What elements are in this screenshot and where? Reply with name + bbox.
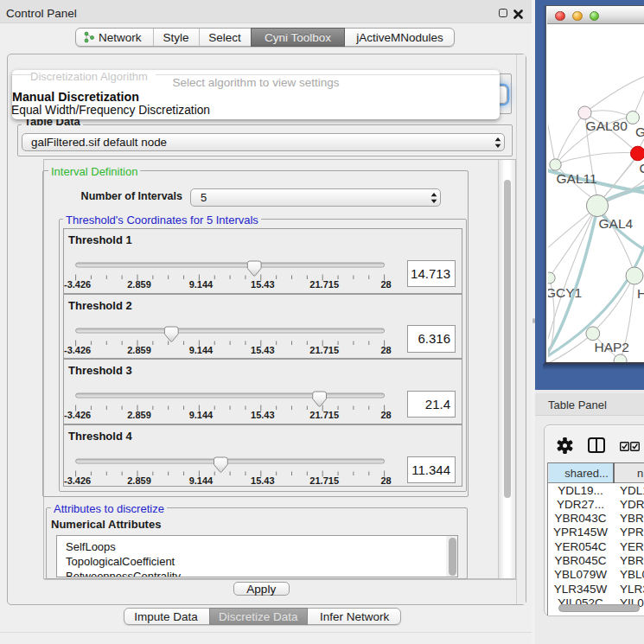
svg-text:C: C	[640, 161, 644, 175]
svg-text:GA: GA	[635, 124, 644, 139]
svg-text:-3.426: -3.426	[64, 279, 91, 290]
svg-text:15.43: 15.43	[251, 279, 275, 290]
svg-text:9.144: 9.144	[189, 279, 214, 290]
svg-text:9.144: 9.144	[189, 475, 214, 486]
svg-text:2.859: 2.859	[127, 410, 151, 420]
svg-text:28: 28	[380, 475, 391, 486]
svg-text:21.715: 21.715	[309, 279, 339, 290]
svg-text:28: 28	[380, 279, 391, 290]
svg-text:9.144: 9.144	[189, 344, 214, 354]
svg-text:GAL11: GAL11	[557, 171, 597, 186]
svg-text:GAL80: GAL80	[586, 118, 628, 133]
svg-text:28: 28	[380, 410, 391, 420]
svg-text:2.859: 2.859	[127, 344, 151, 354]
svg-text:21.715: 21.715	[309, 410, 339, 420]
svg-text:HA: HA	[637, 286, 644, 301]
svg-text:21.715: 21.715	[309, 475, 339, 486]
svg-text:15.43: 15.43	[251, 410, 275, 420]
svg-text:9.144: 9.144	[189, 410, 214, 420]
svg-text:-3.426: -3.426	[64, 410, 91, 420]
svg-text:GCY1: GCY1	[548, 285, 582, 300]
svg-text:2.859: 2.859	[127, 279, 151, 290]
svg-text:HAP2: HAP2	[595, 340, 630, 354]
svg-text:2.859: 2.859	[127, 475, 151, 486]
svg-text:15.43: 15.43	[251, 344, 275, 354]
svg-text:15.43: 15.43	[251, 475, 275, 486]
svg-text:GAL4: GAL4	[599, 216, 634, 231]
svg-text:21.715: 21.715	[309, 344, 339, 354]
svg-text:-3.426: -3.426	[64, 344, 91, 354]
svg-text:28: 28	[380, 344, 391, 354]
svg-text:-3.426: -3.426	[64, 475, 91, 486]
